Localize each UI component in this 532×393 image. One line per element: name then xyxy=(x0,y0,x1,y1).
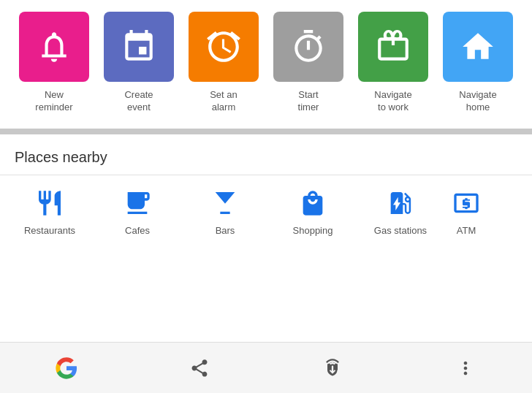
more-nav-button[interactable] xyxy=(444,346,487,390)
timer-icon xyxy=(290,28,327,65)
places-items-row: Restaurants Cafes Bars xyxy=(0,175,532,236)
alarm-icon xyxy=(205,28,242,65)
atm-label: ATM xyxy=(457,225,476,236)
place-atm[interactable]: ATM xyxy=(444,187,488,236)
share-nav-button[interactable] xyxy=(178,346,221,390)
touch-icon xyxy=(322,358,343,378)
restaurants-label: Restaurants xyxy=(24,225,75,236)
action-set-alarm[interactable]: Set analarm xyxy=(183,12,265,114)
section-divider xyxy=(0,129,532,134)
bar-icon xyxy=(209,187,241,219)
gas-stations-label: Gas stations xyxy=(374,225,427,236)
event-icon xyxy=(121,28,157,65)
start-timer-label: Starttimer xyxy=(298,89,319,114)
action-start-timer[interactable]: Starttimer xyxy=(267,12,349,114)
google-nav-button[interactable] xyxy=(45,346,88,390)
navigate-work-label: Navigateto work xyxy=(374,89,411,114)
reminder-icon xyxy=(36,28,72,65)
work-icon xyxy=(375,28,411,65)
cafe-icon xyxy=(121,187,153,219)
more-options-icon xyxy=(455,358,476,378)
home-icon xyxy=(460,28,496,65)
restaurant-icon xyxy=(34,187,66,219)
place-shopping[interactable]: Shopping xyxy=(269,187,357,236)
touch-nav-button[interactable] xyxy=(311,346,354,390)
shopping-icon xyxy=(297,187,329,219)
navigate-home-icon-box xyxy=(443,12,513,82)
action-new-reminder[interactable]: Newreminder xyxy=(13,12,95,114)
navigate-work-icon-box xyxy=(358,12,428,82)
create-event-icon-box xyxy=(104,12,174,82)
navigate-home-label: Navigatehome xyxy=(459,89,496,114)
new-reminder-label: Newreminder xyxy=(35,89,72,114)
bars-label: Bars xyxy=(216,225,235,236)
share-icon xyxy=(189,358,210,378)
place-cafes[interactable]: Cafes xyxy=(94,187,181,236)
quick-actions-grid: Newreminder Createevent Set analarm xyxy=(6,12,526,114)
action-navigate-work[interactable]: Navigateto work xyxy=(352,12,434,114)
gas-station-icon xyxy=(384,187,417,219)
quick-actions-card: Newreminder Createevent Set analarm xyxy=(0,0,532,129)
place-restaurants[interactable]: Restaurants xyxy=(6,187,94,236)
action-create-event[interactable]: Createevent xyxy=(98,12,180,114)
places-nearby-title: Places nearby xyxy=(0,134,532,175)
shopping-label: Shopping xyxy=(293,225,333,236)
create-event-label: Createevent xyxy=(124,89,153,114)
bottom-nav-bar xyxy=(0,342,532,393)
place-gas-stations[interactable]: Gas stations xyxy=(357,187,444,236)
place-bars[interactable]: Bars xyxy=(181,187,269,236)
places-nearby-card: Places nearby Restaurants Cafes xyxy=(0,134,532,342)
set-alarm-icon-box xyxy=(189,12,259,82)
action-navigate-home[interactable]: Navigatehome xyxy=(437,12,519,114)
start-timer-icon-box xyxy=(273,12,343,82)
set-alarm-label: Set analarm xyxy=(210,89,238,114)
cafes-label: Cafes xyxy=(125,225,150,236)
atm-icon xyxy=(450,187,482,219)
google-g-icon xyxy=(55,356,78,380)
new-reminder-icon-box xyxy=(19,12,89,82)
